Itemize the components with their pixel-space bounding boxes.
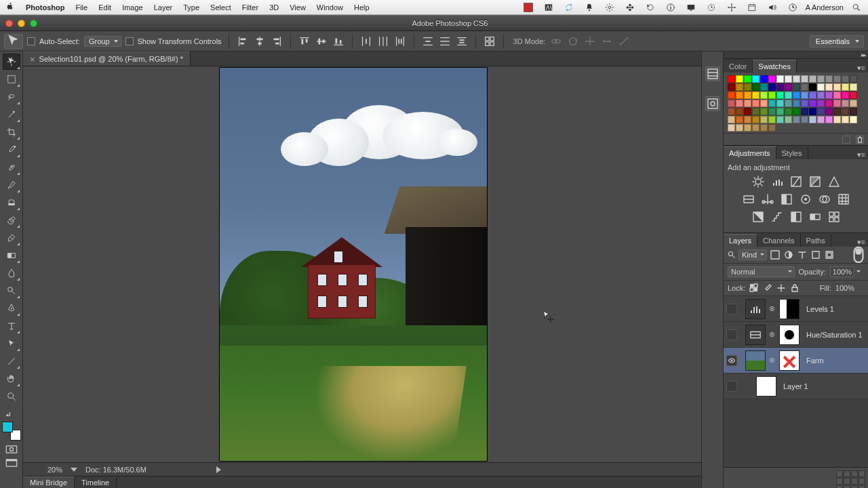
menu-filter[interactable]: Filter [242, 3, 258, 12]
timemachine-icon[interactable] [705, 1, 717, 14]
adj-posterize-icon[interactable] [770, 211, 784, 223]
adj-brightness-icon[interactable] [751, 176, 765, 188]
spotlight-icon[interactable] [850, 1, 863, 14]
layer-name[interactable]: Farm [806, 357, 824, 365]
healing-brush-tool[interactable] [3, 159, 20, 176]
gradient-tool[interactable] [3, 247, 20, 264]
adj-photofilter-icon[interactable] [799, 193, 812, 205]
swatch[interactable] [809, 108, 816, 115]
distribute-h3-button[interactable] [393, 35, 407, 48]
zoom-stepper-icon[interactable] [71, 468, 77, 472]
swatch[interactable] [793, 83, 800, 91]
tab-swatches[interactable]: Swatches [753, 60, 797, 73]
layer-name[interactable]: Levels 1 [806, 305, 834, 313]
swatch[interactable] [736, 116, 743, 123]
swatch[interactable] [793, 108, 800, 115]
swatch[interactable] [744, 100, 751, 107]
lock-pixels-icon[interactable] [763, 283, 772, 293]
align-bottom-button[interactable] [332, 35, 345, 48]
swatch[interactable] [776, 75, 784, 83]
3d-slide-button[interactable] [600, 35, 614, 48]
menu-window[interactable]: Window [317, 3, 343, 12]
swatch[interactable] [809, 75, 816, 83]
swatch[interactable] [833, 116, 841, 123]
menu-layer[interactable]: Layer [154, 3, 173, 12]
swatch[interactable] [793, 92, 800, 99]
menu-view[interactable]: View [290, 3, 306, 12]
swatch[interactable] [842, 75, 849, 83]
swatch[interactable] [793, 116, 800, 123]
filter-toggle-switch[interactable] [853, 249, 864, 260]
tab-mini-bridge[interactable]: Mini Bridge [23, 476, 75, 488]
3d-scale-button[interactable] [617, 35, 631, 48]
brush-tool[interactable] [3, 177, 20, 193]
swatch[interactable] [776, 100, 784, 107]
swatch[interactable] [728, 83, 735, 91]
gear-icon[interactable] [604, 1, 616, 14]
type-tool[interactable] [3, 318, 20, 334]
status-disclosure-icon[interactable] [216, 466, 221, 473]
align-hcenter-button[interactable] [253, 35, 267, 48]
swatch[interactable] [801, 83, 808, 91]
adj-levels-icon[interactable] [770, 176, 784, 188]
swatch[interactable] [776, 108, 784, 115]
swatch[interactable] [850, 92, 857, 99]
eyedropper-tool[interactable] [3, 142, 20, 158]
tab-channels[interactable]: Channels [757, 235, 800, 247]
swatch[interactable] [752, 100, 760, 107]
swatch[interactable] [768, 116, 776, 123]
3d-pan-button[interactable] [583, 35, 597, 48]
swatch[interactable] [736, 100, 743, 107]
swatch[interactable] [833, 75, 841, 83]
swatch[interactable] [768, 124, 776, 131]
adj-vibrance-icon[interactable] [827, 176, 841, 188]
swatch[interactable] [825, 116, 833, 123]
clock-icon[interactable] [787, 1, 799, 14]
layer-visibility-toggle[interactable] [726, 355, 737, 366]
swatch[interactable] [785, 92, 792, 99]
lock-position-icon[interactable] [776, 283, 786, 293]
tool-swap-icon[interactable] [3, 409, 20, 419]
layer-visibility-toggle[interactable] [726, 304, 737, 314]
align-vcenter-button[interactable] [315, 35, 328, 48]
swatch[interactable] [850, 100, 857, 107]
swatch[interactable] [744, 116, 751, 123]
distribute-h2-button[interactable] [376, 35, 390, 48]
swatch[interactable] [752, 83, 760, 91]
swatch[interactable] [801, 100, 808, 107]
layer-visibility-toggle[interactable] [726, 381, 737, 392]
swatch[interactable] [760, 83, 768, 91]
menu-image[interactable]: Image [122, 3, 143, 12]
swatch[interactable] [785, 100, 792, 107]
quick-mask-button[interactable] [3, 445, 20, 454]
swatch[interactable] [728, 108, 735, 115]
hand-tool[interactable] [3, 371, 20, 387]
clone-stamp-tool[interactable] [3, 195, 20, 211]
pen-tool[interactable] [3, 300, 20, 317]
swatch[interactable] [736, 83, 743, 91]
eraser-tool[interactable] [3, 230, 20, 246]
swatch[interactable] [850, 116, 857, 123]
3d-rotate-button[interactable] [566, 35, 580, 48]
layer-row[interactable]: ⦿ Farm [724, 348, 868, 373]
layer-mask-link-icon[interactable]: ⦿ [768, 357, 775, 364]
swatch[interactable] [728, 75, 735, 83]
filter-pixel-icon[interactable] [770, 249, 781, 260]
swatch[interactable] [833, 83, 841, 91]
swatch[interactable] [785, 108, 792, 115]
swatch[interactable] [809, 83, 816, 91]
swatch[interactable] [744, 124, 751, 131]
swatch[interactable] [833, 92, 841, 99]
document-tab-close-icon[interactable]: × [30, 54, 35, 64]
swatch[interactable] [801, 108, 808, 115]
panels-collapse-button[interactable]: ▸▸ [724, 52, 868, 59]
swatch[interactable] [768, 83, 776, 91]
swatch[interactable] [744, 83, 751, 91]
swatch[interactable] [817, 83, 825, 91]
menu-3d[interactable]: 3D [269, 3, 279, 12]
filter-smart-icon[interactable] [824, 249, 835, 260]
swatches-panel-menu-icon[interactable]: ▾≡ [854, 64, 868, 73]
swatch[interactable] [809, 116, 816, 123]
menu-type[interactable]: Type [183, 3, 199, 12]
swatch[interactable] [768, 92, 776, 99]
